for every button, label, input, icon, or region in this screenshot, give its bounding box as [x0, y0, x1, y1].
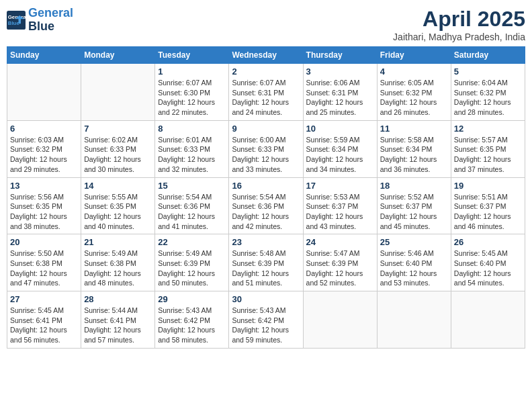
calendar-cell: 22Sunrise: 5:49 AM Sunset: 6:39 PM Dayli… [155, 234, 229, 291]
weekday-header-friday: Friday [377, 47, 451, 64]
weekday-header-tuesday: Tuesday [155, 47, 229, 64]
day-number: 26 [454, 237, 522, 247]
calendar-cell [7, 64, 81, 121]
location-subtitle: Jaithari, Madhya Pradesh, India [393, 32, 525, 42]
calendar-cell: 23Sunrise: 5:48 AM Sunset: 6:39 PM Dayli… [229, 234, 303, 291]
weekday-header-saturday: Saturday [451, 47, 525, 64]
calendar-cell: 10Sunrise: 5:59 AM Sunset: 6:34 PM Dayli… [303, 120, 377, 177]
day-number: 27 [10, 294, 78, 304]
calendar-cell: 4Sunrise: 6:05 AM Sunset: 6:32 PM Daylig… [377, 64, 451, 121]
day-info: Sunrise: 5:57 AM Sunset: 6:35 PM Dayligh… [454, 135, 522, 175]
calendar-cell: 24Sunrise: 5:47 AM Sunset: 6:39 PM Dayli… [303, 234, 377, 291]
day-info: Sunrise: 6:06 AM Sunset: 6:31 PM Dayligh… [306, 78, 374, 118]
day-number: 7 [84, 124, 152, 134]
day-info: Sunrise: 5:47 AM Sunset: 6:39 PM Dayligh… [306, 248, 374, 288]
svg-text:Blue: Blue [8, 20, 20, 26]
day-number: 20 [10, 237, 78, 247]
day-number: 16 [232, 181, 300, 191]
day-info: Sunrise: 5:54 AM Sunset: 6:36 PM Dayligh… [232, 192, 300, 232]
day-number: 29 [158, 294, 226, 304]
calendar-cell: 11Sunrise: 5:58 AM Sunset: 6:34 PM Dayli… [377, 120, 451, 177]
day-number: 21 [84, 237, 152, 247]
calendar-cell: 9Sunrise: 6:00 AM Sunset: 6:33 PM Daylig… [229, 120, 303, 177]
day-info: Sunrise: 5:56 AM Sunset: 6:35 PM Dayligh… [10, 192, 78, 232]
calendar-week-row-2: 6Sunrise: 6:03 AM Sunset: 6:32 PM Daylig… [7, 120, 525, 177]
day-number: 18 [380, 181, 448, 191]
svg-text:General: General [8, 14, 26, 20]
weekday-header-wednesday: Wednesday [229, 47, 303, 64]
day-number: 24 [306, 237, 374, 247]
day-number: 30 [232, 294, 300, 304]
day-info: Sunrise: 5:46 AM Sunset: 6:40 PM Dayligh… [380, 248, 448, 288]
day-number: 19 [454, 181, 522, 191]
calendar-cell: 26Sunrise: 5:45 AM Sunset: 6:40 PM Dayli… [451, 234, 525, 291]
calendar-cell: 1Sunrise: 6:07 AM Sunset: 6:30 PM Daylig… [155, 64, 229, 121]
calendar-cell: 20Sunrise: 5:50 AM Sunset: 6:38 PM Dayli… [7, 234, 81, 291]
weekday-header-monday: Monday [81, 47, 155, 64]
day-info: Sunrise: 6:05 AM Sunset: 6:32 PM Dayligh… [380, 78, 448, 118]
calendar-table: SundayMondayTuesdayWednesdayThursdayFrid… [7, 46, 525, 349]
calendar-cell: 13Sunrise: 5:56 AM Sunset: 6:35 PM Dayli… [7, 177, 81, 234]
day-info: Sunrise: 5:49 AM Sunset: 6:39 PM Dayligh… [158, 248, 226, 288]
calendar-cell: 16Sunrise: 5:54 AM Sunset: 6:36 PM Dayli… [229, 177, 303, 234]
calendar-cell: 15Sunrise: 5:54 AM Sunset: 6:36 PM Dayli… [155, 177, 229, 234]
weekday-header-row: SundayMondayTuesdayWednesdayThursdayFrid… [7, 47, 525, 64]
calendar-cell: 6Sunrise: 6:03 AM Sunset: 6:32 PM Daylig… [7, 120, 81, 177]
calendar-cell: 19Sunrise: 5:51 AM Sunset: 6:37 PM Dayli… [451, 177, 525, 234]
day-info: Sunrise: 6:01 AM Sunset: 6:33 PM Dayligh… [158, 135, 226, 175]
calendar-cell: 18Sunrise: 5:52 AM Sunset: 6:37 PM Dayli… [377, 177, 451, 234]
day-info: Sunrise: 5:59 AM Sunset: 6:34 PM Dayligh… [306, 135, 374, 175]
calendar-cell: 3Sunrise: 6:06 AM Sunset: 6:31 PM Daylig… [303, 64, 377, 121]
weekday-header-sunday: Sunday [7, 47, 81, 64]
day-number: 4 [380, 66, 448, 77]
day-number: 9 [232, 124, 300, 134]
calendar-cell: 29Sunrise: 5:43 AM Sunset: 6:42 PM Dayli… [155, 291, 229, 349]
day-info: Sunrise: 5:52 AM Sunset: 6:37 PM Dayligh… [380, 192, 448, 232]
day-info: Sunrise: 5:58 AM Sunset: 6:34 PM Dayligh… [380, 135, 448, 175]
day-number: 10 [306, 124, 374, 134]
day-info: Sunrise: 5:43 AM Sunset: 6:42 PM Dayligh… [232, 306, 300, 345]
calendar-cell [377, 291, 451, 349]
day-number: 2 [232, 66, 300, 77]
day-number: 1 [158, 66, 226, 77]
logo-icon: General Blue [7, 11, 26, 30]
day-info: Sunrise: 5:55 AM Sunset: 6:35 PM Dayligh… [84, 192, 152, 232]
day-number: 13 [10, 181, 78, 191]
calendar-cell: 27Sunrise: 5:45 AM Sunset: 6:41 PM Dayli… [7, 291, 81, 349]
day-number: 22 [158, 237, 226, 247]
calendar-cell [303, 291, 377, 349]
day-info: Sunrise: 5:45 AM Sunset: 6:41 PM Dayligh… [10, 306, 78, 345]
calendar-cell: 2Sunrise: 6:07 AM Sunset: 6:31 PM Daylig… [229, 64, 303, 121]
title-block: April 2025 Jaithari, Madhya Pradesh, Ind… [393, 7, 525, 42]
calendar-cell: 17Sunrise: 5:53 AM Sunset: 6:37 PM Dayli… [303, 177, 377, 234]
day-number: 5 [454, 66, 522, 77]
day-info: Sunrise: 5:54 AM Sunset: 6:36 PM Dayligh… [158, 192, 226, 232]
calendar-cell: 25Sunrise: 5:46 AM Sunset: 6:40 PM Dayli… [377, 234, 451, 291]
day-info: Sunrise: 5:43 AM Sunset: 6:42 PM Dayligh… [158, 306, 226, 345]
calendar-cell: 7Sunrise: 6:02 AM Sunset: 6:33 PM Daylig… [81, 120, 155, 177]
weekday-header-thursday: Thursday [303, 47, 377, 64]
day-info: Sunrise: 6:04 AM Sunset: 6:32 PM Dayligh… [454, 78, 522, 118]
day-info: Sunrise: 6:07 AM Sunset: 6:30 PM Dayligh… [158, 78, 226, 118]
day-info: Sunrise: 6:02 AM Sunset: 6:33 PM Dayligh… [84, 135, 152, 175]
calendar-week-row-1: 1Sunrise: 6:07 AM Sunset: 6:30 PM Daylig… [7, 64, 525, 121]
calendar-week-row-4: 20Sunrise: 5:50 AM Sunset: 6:38 PM Dayli… [7, 234, 525, 291]
day-number: 3 [306, 66, 374, 77]
day-number: 28 [84, 294, 152, 304]
day-info: Sunrise: 5:51 AM Sunset: 6:37 PM Dayligh… [454, 192, 522, 232]
calendar-cell: 30Sunrise: 5:43 AM Sunset: 6:42 PM Dayli… [229, 291, 303, 349]
day-number: 11 [380, 124, 448, 134]
day-number: 25 [380, 237, 448, 247]
calendar-cell: 8Sunrise: 6:01 AM Sunset: 6:33 PM Daylig… [155, 120, 229, 177]
calendar-cell: 14Sunrise: 5:55 AM Sunset: 6:35 PM Dayli… [81, 177, 155, 234]
day-info: Sunrise: 6:03 AM Sunset: 6:32 PM Dayligh… [10, 135, 78, 175]
calendar-week-row-5: 27Sunrise: 5:45 AM Sunset: 6:41 PM Dayli… [7, 291, 525, 349]
calendar-cell: 28Sunrise: 5:44 AM Sunset: 6:41 PM Dayli… [81, 291, 155, 349]
day-number: 6 [10, 124, 78, 134]
day-number: 12 [454, 124, 522, 134]
day-number: 14 [84, 181, 152, 191]
day-info: Sunrise: 5:48 AM Sunset: 6:39 PM Dayligh… [232, 248, 300, 288]
logo: General Blue GeneralBlue [7, 7, 73, 34]
day-number: 15 [158, 181, 226, 191]
calendar-cell [81, 64, 155, 121]
